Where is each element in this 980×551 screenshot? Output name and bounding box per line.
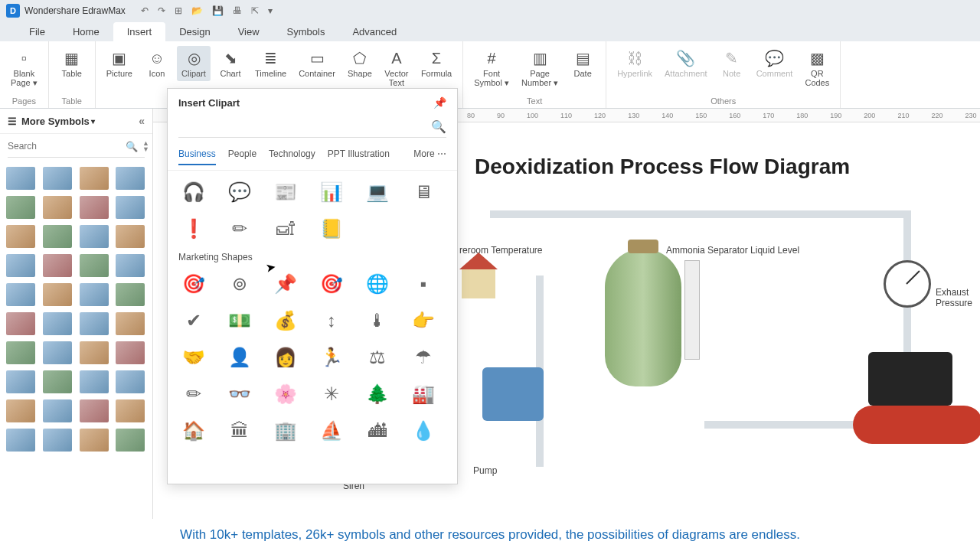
symbol-thumb[interactable] — [6, 254, 35, 277]
clipart-item[interactable]: 🏛 — [224, 417, 255, 445]
clipart-tab-technology[interactable]: Technology — [269, 148, 315, 165]
ribbon-date[interactable]: ▤Date — [566, 46, 599, 81]
clipart-tab-ppt-illustration[interactable]: PPT Illustration — [328, 148, 390, 165]
menu-tab-file[interactable]: File — [15, 22, 59, 41]
clipart-item[interactable]: 📊 — [316, 178, 347, 206]
clipart-item[interactable]: ✳ — [316, 380, 347, 408]
symbol-thumb[interactable] — [43, 429, 72, 452]
clipart-item[interactable]: 🌲 — [362, 380, 393, 408]
collapse-icon[interactable]: « — [139, 115, 145, 127]
ribbon-picture[interactable]: ▣Picture — [102, 46, 137, 81]
clipart-item[interactable]: 🌸 — [270, 380, 301, 408]
ribbon-icon[interactable]: ☺Icon — [140, 46, 174, 81]
ribbon-page-number-[interactable]: ▥Page Number ▾ — [517, 46, 563, 90]
symbol-thumb[interactable] — [43, 196, 72, 219]
clipart-item[interactable]: ↕ — [316, 307, 347, 334]
symbol-thumb[interactable] — [6, 312, 35, 335]
symbol-thumb[interactable] — [80, 312, 109, 335]
clipart-item[interactable]: 🏢 — [270, 417, 301, 445]
ribbon-timeline[interactable]: ≣Timeline — [250, 46, 291, 81]
symbol-thumb[interactable] — [80, 429, 109, 452]
menu-tab-insert[interactable]: Insert — [113, 22, 166, 41]
compressor-shape[interactable] — [853, 344, 980, 444]
menu-tab-symbols[interactable]: Symbols — [273, 22, 339, 41]
clipart-item[interactable]: 🎧 — [178, 178, 209, 206]
symbol-thumb[interactable] — [6, 167, 35, 190]
clipart-item[interactable]: ✏ — [178, 380, 209, 408]
pressure-gauge[interactable] — [884, 260, 931, 308]
symbol-thumb[interactable] — [116, 196, 145, 219]
symbol-thumb[interactable] — [80, 399, 109, 422]
new-icon[interactable]: ⊞ — [175, 5, 182, 16]
search-input[interactable] — [8, 139, 122, 154]
symbol-thumb[interactable] — [80, 370, 109, 393]
pump-valve[interactable] — [482, 367, 544, 421]
thermometer-shape[interactable] — [684, 260, 700, 360]
symbol-thumb[interactable] — [116, 429, 145, 452]
clipart-item[interactable]: ☂ — [408, 344, 439, 371]
clipart-search-input[interactable] — [178, 119, 431, 134]
symbol-thumb[interactable] — [116, 167, 145, 190]
open-icon[interactable]: 📂 — [191, 5, 203, 16]
clipart-item[interactable]: 🏭 — [408, 380, 439, 408]
clipart-item[interactable]: 👤 — [224, 344, 255, 371]
clipart-item[interactable] — [408, 215, 439, 243]
clipart-item[interactable]: 📌 — [270, 270, 301, 298]
clipart-item[interactable]: 📒 — [316, 215, 347, 243]
search-icon[interactable]: 🔍 — [431, 119, 446, 134]
symbol-thumb[interactable] — [6, 370, 35, 393]
symbol-thumb[interactable] — [6, 225, 35, 248]
symbol-thumb[interactable] — [80, 341, 109, 364]
ribbon-chart[interactable]: ⬊Chart — [214, 46, 247, 81]
clipart-item[interactable]: 👩 — [270, 344, 301, 371]
clipart-item[interactable]: ⊚ — [224, 270, 255, 298]
pin-icon[interactable]: 📌 — [433, 96, 446, 109]
ribbon-blank-page-[interactable]: ▫Blank Page ▾ — [6, 46, 42, 90]
symbol-thumb[interactable] — [116, 283, 145, 306]
clipart-item[interactable]: 💻 — [362, 178, 393, 206]
export-icon[interactable]: ⇱ — [251, 5, 259, 16]
symbol-thumb[interactable] — [116, 370, 145, 393]
house-shape[interactable] — [459, 253, 498, 298]
symbol-thumb[interactable] — [80, 196, 109, 219]
clipart-item[interactable]: ▪ — [408, 270, 439, 298]
ribbon-table[interactable]: ▦Table — [55, 46, 89, 81]
symbol-thumb[interactable] — [43, 225, 72, 248]
clipart-item[interactable]: 🖥 — [408, 178, 439, 206]
clipart-item[interactable]: 🏙 — [362, 417, 393, 445]
clipart-item[interactable]: 🎯 — [316, 270, 347, 298]
symbol-thumb[interactable] — [116, 399, 145, 422]
clipart-item[interactable]: ✔ — [178, 307, 209, 334]
clipart-item[interactable]: 🌐 — [362, 270, 393, 298]
symbol-thumb[interactable] — [43, 399, 72, 422]
clipart-item[interactable]: ⚖ — [362, 344, 393, 371]
symbol-thumb[interactable] — [43, 167, 72, 190]
symbol-thumb[interactable] — [6, 196, 35, 219]
clipart-item[interactable]: 💵 — [224, 307, 255, 334]
clipart-item[interactable]: 💧 — [408, 417, 439, 445]
ribbon-qr-codes[interactable]: ▩QR Codes — [800, 46, 834, 90]
symbol-thumb[interactable] — [43, 341, 72, 364]
symbol-thumb[interactable] — [116, 254, 145, 277]
symbol-thumb[interactable] — [116, 312, 145, 335]
undo-icon[interactable]: ↶ — [141, 5, 149, 16]
clipart-item[interactable]: 💬 — [224, 178, 255, 206]
separator-tank[interactable] — [605, 249, 681, 386]
clipart-item[interactable]: 📰 — [270, 178, 301, 206]
symbol-thumb[interactable] — [43, 254, 72, 277]
clipart-item[interactable]: ❗ — [178, 215, 209, 243]
clipart-tab-business[interactable]: Business — [178, 148, 216, 165]
sidebar-header[interactable]: ☰ More Symbols ▾ « — [0, 109, 152, 134]
symbol-thumb[interactable] — [6, 341, 35, 364]
clipart-item[interactable] — [362, 215, 393, 243]
symbol-thumb[interactable] — [6, 283, 35, 306]
clipart-item[interactable]: 🏃 — [316, 344, 347, 371]
clipart-item[interactable]: 👓 — [224, 380, 255, 408]
clipart-item[interactable]: 🌡 — [362, 307, 393, 334]
clipart-item[interactable]: 👉 — [408, 307, 439, 334]
menu-tab-view[interactable]: View — [224, 22, 273, 41]
ribbon-container[interactable]: ▭Container — [294, 46, 340, 81]
symbol-thumb[interactable] — [116, 225, 145, 248]
ribbon-font-symbol-[interactable]: #Font Symbol ▾ — [469, 46, 514, 90]
more-categories[interactable]: More ⋯ — [413, 148, 446, 165]
